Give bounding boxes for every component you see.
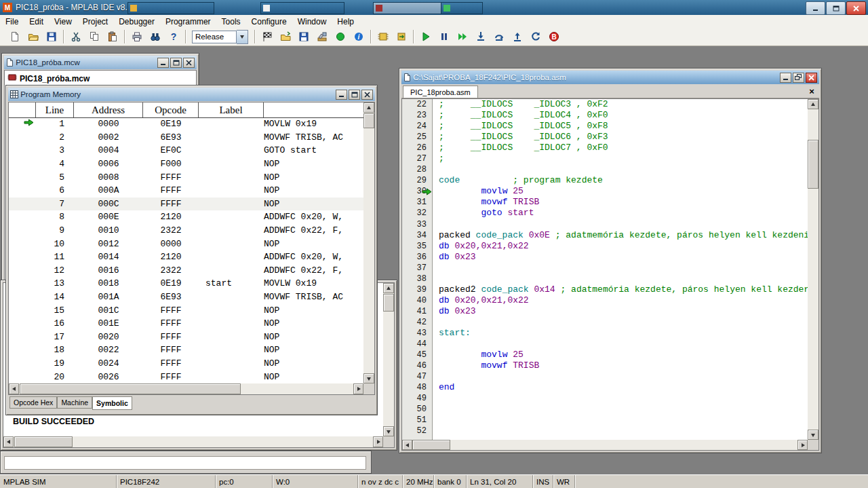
editor-hscrollbar[interactable] — [402, 440, 808, 450]
program-memory-row[interactable]: 14001A6E93MOVWF TRISB, AC — [9, 290, 363, 304]
find-button[interactable] — [146, 29, 164, 45]
program-memory-row[interactable]: 1100142120ADDWFC 0x20, W, — [9, 250, 363, 264]
program-target-button[interactable] — [374, 29, 392, 45]
editor-line-number[interactable]: 30 — [402, 186, 432, 197]
step-over-button[interactable] — [490, 29, 508, 45]
editor-code-line[interactable]: ; __IDLOCS _IDLOC7 , 0xF0 — [439, 143, 808, 153]
scrollbar-thumb[interactable] — [363, 113, 374, 128]
menu-item-window[interactable]: Window — [292, 15, 332, 28]
editor-code-line[interactable]: movwf TRISB — [439, 360, 808, 371]
app-title-bar[interactable]: M PIC18_próba - MPLAB IDE v8.88 — [0, 0, 868, 15]
editor-line-number[interactable]: 32 — [402, 208, 432, 219]
program-memory-row[interactable]: 50008FFFFNOP — [9, 170, 363, 184]
editor-code-line[interactable] — [439, 339, 808, 350]
editor-code-area[interactable]: ; __IDLOCS _IDLOC3 , 0xF2; __IDLOCS _IDL… — [433, 99, 808, 440]
open-file-button[interactable] — [24, 29, 42, 45]
pm-tab-opcode-hex[interactable]: Opcode Hex — [9, 396, 57, 409]
paste-button[interactable] — [103, 29, 121, 45]
program-memory-row[interactable]: 15001CFFFFNOP — [9, 303, 363, 317]
menu-item-edit[interactable]: Edit — [24, 15, 49, 28]
about-button[interactable]: i — [349, 29, 368, 45]
program-memory-row[interactable]: 7000CFFFFNOP — [9, 198, 363, 211]
halt-button[interactable] — [435, 29, 453, 45]
editor-line-number[interactable]: 41 — [402, 306, 432, 317]
editor-code-line[interactable]: ; __IDLOCS _IDLOC6 , 0xF3 — [439, 132, 808, 143]
scroll-left-button[interactable] — [9, 383, 19, 394]
program-memory-window[interactable]: Program Memory LineAddressOpcodeLabel 10… — [5, 85, 378, 415]
help-button[interactable]: ? — [164, 29, 182, 45]
close-button[interactable] — [183, 58, 195, 68]
editor-code-line[interactable]: movlw 25 — [439, 186, 808, 197]
editor-vscrollbar[interactable] — [808, 99, 818, 440]
build-all-button[interactable] — [313, 29, 331, 45]
program-memory-row[interactable]: 200026E93MOVWF TRISB, AC — [9, 131, 363, 145]
scroll-right-button[interactable] — [797, 440, 808, 450]
menu-item-tools[interactable]: Tools — [216, 15, 246, 28]
editor-line-number[interactable]: 38 — [402, 274, 432, 284]
editor-line-number[interactable]: 45 — [402, 350, 432, 360]
program-memory-row[interactable]: 1200162322ADDWFC 0x22, F, — [9, 264, 363, 278]
editor-line-number[interactable]: 46 — [402, 360, 432, 371]
background-window-fragment[interactable] — [373, 2, 443, 14]
pm-tab-symbolic[interactable]: Symbolic — [92, 396, 132, 410]
menu-item-debugger[interactable]: Debugger — [113, 15, 160, 28]
pm-tab-machine[interactable]: Machine — [57, 396, 92, 409]
editor-line-number[interactable]: 35 — [402, 241, 432, 252]
editor-code-line[interactable]: start: — [439, 328, 808, 339]
editor-code-line[interactable] — [439, 415, 808, 426]
editor-line-number[interactable]: 25 — [402, 132, 432, 143]
editor-line-number[interactable]: 23 — [402, 110, 432, 121]
output-hscrollbar[interactable] — [3, 436, 383, 447]
scroll-down-button[interactable] — [808, 430, 818, 440]
scrollbar-thumb[interactable] — [412, 440, 450, 450]
editor-line-number[interactable]: 52 — [402, 426, 432, 436]
background-window-fragment[interactable] — [260, 2, 344, 14]
editor-code-line[interactable]: movlw 25 — [439, 350, 808, 360]
program-memory-row[interactable]: 190024FFFFNOP — [9, 357, 363, 371]
editor-line-number[interactable]: 50 — [402, 404, 432, 415]
editor-code-line[interactable]: packed code_pack 0x0E ; adatmemória kezd… — [439, 230, 808, 241]
editor-code-line[interactable]: db 0x20,0x21,0x22 — [439, 295, 808, 306]
program-memory-row[interactable]: 180022FFFFNOP — [9, 343, 363, 357]
maximize-button[interactable] — [349, 90, 360, 100]
editor-line-number[interactable]: 29 — [402, 175, 432, 186]
print-button[interactable] — [127, 29, 146, 45]
open-project-button[interactable] — [276, 29, 294, 45]
editor-code-line[interactable] — [439, 263, 808, 274]
save-workspace-button[interactable] — [294, 29, 313, 45]
program-memory-vscrollbar[interactable] — [363, 102, 374, 383]
program-memory-row[interactable]: 1000120000NOP — [9, 237, 363, 250]
run-button[interactable] — [416, 29, 435, 45]
editor-code-line[interactable] — [439, 164, 808, 175]
program-memory-row[interactable]: 1300180E19startMOVLW 0x19 — [9, 277, 363, 290]
maximize-button[interactable] — [826, 1, 846, 15]
editor-code-line[interactable]: code ; program kezdete — [439, 175, 808, 186]
editor-line-number[interactable]: 44 — [402, 339, 432, 350]
menu-item-project[interactable]: Project — [77, 15, 113, 28]
workspace-tree-root[interactable]: PIC18_próba.mcw — [5, 71, 196, 83]
read-target-button[interactable] — [392, 29, 410, 45]
program-memory-row[interactable]: 30004EF0CGOTO start — [9, 144, 363, 157]
editor-line-number[interactable]: 28 — [402, 164, 432, 175]
editor-line-number[interactable]: 51 — [402, 415, 432, 426]
editor-code-line[interactable] — [439, 393, 808, 404]
editor-window[interactable]: C:\Sajat\PROBA_18F242\PIC_18proba.asm PI… — [399, 68, 822, 453]
workspace-window-title-bar[interactable]: PIC18_próba.mcw — [4, 56, 197, 69]
program-memory-row[interactable]: 200026FFFFNOP — [9, 370, 363, 383]
editor-line-number[interactable]: 26 — [402, 143, 432, 153]
editor-code-line[interactable]: ; __IDLOCS _IDLOC5 , 0xF8 — [439, 121, 808, 132]
scroll-up-button[interactable] — [383, 283, 394, 293]
editor-line-number[interactable]: 48 — [402, 382, 432, 393]
close-button[interactable] — [806, 73, 817, 83]
program-memory-row[interactable]: 40006F000NOP — [9, 157, 363, 171]
editor-line-number[interactable]: 47 — [402, 371, 432, 382]
minimize-button[interactable] — [157, 58, 169, 68]
background-window-fragment[interactable] — [127, 2, 214, 14]
editor-line-number[interactable]: 49 — [402, 393, 432, 404]
make-button[interactable] — [331, 29, 349, 45]
program-memory-row[interactable]: 8000E2120ADDWFC 0x20, W, — [9, 210, 363, 224]
editor-code-line[interactable] — [439, 404, 808, 415]
program-memory-hscrollbar[interactable] — [9, 383, 363, 394]
editor-line-number[interactable]: 43 — [402, 328, 432, 339]
editor-code-line[interactable]: packed2 code_pack 0x14 ; adatmemória kez… — [439, 284, 808, 295]
